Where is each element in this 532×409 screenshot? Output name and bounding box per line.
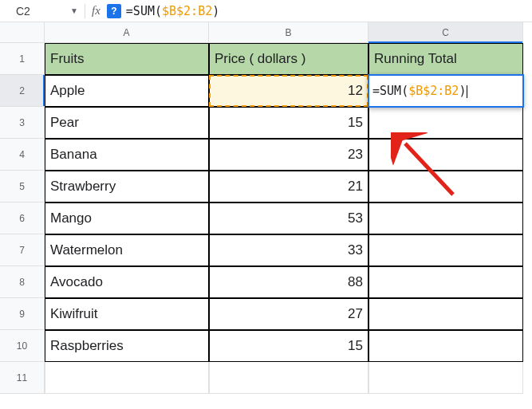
formula-help-icon[interactable]: ? xyxy=(107,4,121,18)
cell-b6[interactable]: 53 xyxy=(209,203,368,234)
column-header-c[interactable]: C xyxy=(368,22,523,43)
cell-c4[interactable] xyxy=(368,139,523,171)
cell-a2[interactable]: Apple xyxy=(45,75,209,107)
fx-label: fx xyxy=(92,4,100,18)
cell-a10[interactable]: Raspberries xyxy=(45,330,209,362)
name-box[interactable]: C2 ▼ xyxy=(6,5,78,18)
formula-bar: C2 ▼ fx ? =SUM($B$2:B2) xyxy=(0,0,532,22)
row-header[interactable]: 3 xyxy=(0,107,45,139)
row-header[interactable]: 6 xyxy=(0,203,45,234)
row-header[interactable]: 8 xyxy=(0,266,45,298)
cell-b2[interactable]: 12 xyxy=(209,75,368,107)
divider xyxy=(85,4,85,18)
row-header[interactable]: 9 xyxy=(0,298,45,330)
cell-a8[interactable]: Avocado xyxy=(45,266,209,298)
cell-a7[interactable]: Watermelon xyxy=(45,234,209,266)
spreadsheet: A B C 1 Fruits Price ( dollars ) Running… xyxy=(0,22,532,394)
cell-b7[interactable]: 33 xyxy=(209,234,368,266)
cell-b5[interactable]: 21 xyxy=(209,171,368,203)
cell-c5[interactable] xyxy=(368,171,523,203)
cell-c1[interactable]: Running Total xyxy=(368,43,523,75)
chevron-down-icon[interactable]: ▼ xyxy=(70,6,78,15)
cell-a3[interactable]: Pear xyxy=(45,107,209,139)
cell-a9[interactable]: Kiwifruit xyxy=(45,298,209,330)
cell-c8[interactable] xyxy=(368,266,523,298)
cell-b1[interactable]: Price ( dollars ) xyxy=(209,43,368,75)
formula-input[interactable]: =SUM($B$2:B2) xyxy=(126,4,219,18)
select-all-corner[interactable] xyxy=(0,22,45,43)
cell-a6[interactable]: Mango xyxy=(45,203,209,234)
row-header[interactable]: 4 xyxy=(0,139,45,171)
cell-a1[interactable]: Fruits xyxy=(45,43,209,75)
cell-c10[interactable] xyxy=(368,330,523,362)
row-header[interactable]: 7 xyxy=(0,234,45,266)
column-header-b[interactable]: B xyxy=(209,22,368,43)
cell-c7[interactable] xyxy=(368,234,523,266)
cell-b10[interactable]: 15 xyxy=(209,330,368,362)
cell-b8[interactable]: 88 xyxy=(209,266,368,298)
cell-a5[interactable]: Strawberry xyxy=(45,171,209,203)
cell-b9[interactable]: 27 xyxy=(209,298,368,330)
cell-c2-editing[interactable]: =SUM($B$2:B2) xyxy=(368,75,523,107)
row-header[interactable]: 1 xyxy=(0,43,45,75)
cell-c3[interactable] xyxy=(368,107,523,139)
cell-a11[interactable] xyxy=(45,362,209,394)
cell-a4[interactable]: Banana xyxy=(45,139,209,171)
column-header-a[interactable]: A xyxy=(45,22,209,43)
row-header[interactable]: 10 xyxy=(0,330,45,362)
cell-c9[interactable] xyxy=(368,298,523,330)
row-header[interactable]: 5 xyxy=(0,171,45,203)
cell-c6[interactable] xyxy=(368,203,523,234)
row-header[interactable]: 2 xyxy=(0,75,45,107)
row-header[interactable]: 11 xyxy=(0,362,45,394)
cell-b4[interactable]: 23 xyxy=(209,139,368,171)
cell-b11[interactable] xyxy=(209,362,368,394)
cell-c11[interactable] xyxy=(368,362,523,394)
cell-reference: C2 xyxy=(16,5,30,18)
cell-b3[interactable]: 15 xyxy=(209,107,368,139)
